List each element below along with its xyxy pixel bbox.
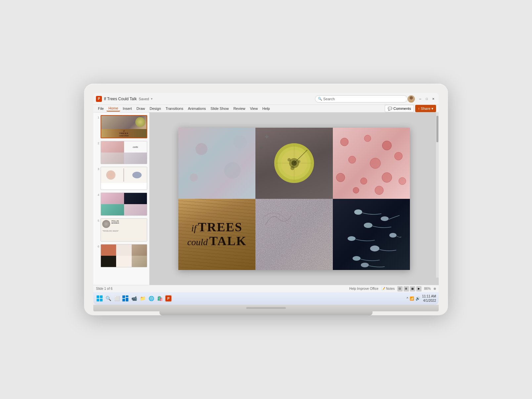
status-right: Help Improve Office 📝 Notes ⊡ ⊞ ▦ ▶ 86% … — [349, 286, 436, 291]
edge-button[interactable]: 🌐 — [148, 295, 155, 302]
list-item[interactable]: 6 — [95, 244, 147, 267]
share-label: Share — [421, 107, 430, 111]
search-taskbar-button[interactable]: 🔍 — [105, 295, 112, 302]
cell-top-right — [333, 128, 410, 199]
menu-file[interactable]: File — [96, 106, 106, 111]
comments-icon: 💬 — [388, 107, 392, 111]
taskview-button[interactable]: ⬜ — [113, 295, 120, 302]
list-item[interactable]: 3 — [95, 167, 147, 190]
menu-slideshow[interactable]: Slide Show — [208, 106, 231, 111]
close-button[interactable]: ✕ — [431, 96, 436, 102]
slide-number-5: 5 — [95, 218, 99, 222]
document-title: If Trees Could Talk — [104, 97, 137, 101]
list-item[interactable]: 1 if TREES could TALK — [95, 115, 147, 138]
scroll-bar[interactable] — [436, 112, 439, 278]
cell-bottom-center — [255, 199, 332, 270]
svg-point-35 — [380, 216, 388, 221]
slide-thumb-6[interactable] — [101, 244, 147, 267]
reading-view-button[interactable]: ▦ — [410, 286, 415, 291]
menu-animations[interactable]: Animations — [186, 106, 208, 111]
svg-rect-38 — [97, 295, 99, 298]
svg-point-17 — [340, 138, 348, 146]
user-avatar — [408, 95, 415, 103]
svg-rect-39 — [100, 295, 103, 298]
slide-canvas[interactable]: ✦ ✦ — [178, 128, 410, 270]
normal-view-button[interactable]: ⊡ — [397, 286, 403, 291]
store-button[interactable]: 🛍️ — [156, 295, 163, 302]
svg-point-31 — [364, 223, 372, 228]
share-icon: ↑ — [418, 107, 420, 111]
slide-status: Slide 1 of 6 — [96, 287, 112, 290]
svg-rect-41 — [100, 299, 103, 301]
powerpoint-taskbar-button[interactable]: P — [165, 295, 172, 302]
slide-thumb-3[interactable] — [101, 167, 147, 190]
list-item[interactable]: 5 POLLIN BODIES "TRAVELIN — [95, 218, 147, 242]
svg-rect-40 — [97, 299, 99, 301]
svg-point-30 — [354, 209, 362, 215]
taskbar-right: ^ 📶 🔊 11:11 AM 4/1/2022 — [407, 294, 436, 303]
microscope-image — [274, 143, 314, 183]
taskbar: 🔍 ⬜ 📹 📁 🌐 🛍️ P — [93, 292, 439, 305]
share-button[interactable]: ↑ Share ▾ — [415, 105, 436, 112]
scrollbar-thumb[interactable] — [436, 116, 438, 142]
svg-point-36 — [389, 233, 396, 238]
slide-thumb-2[interactable]: cells — [101, 141, 147, 164]
cell-bottom-right — [333, 199, 410, 270]
slide-thumb-5[interactable]: POLLIN BODIES "TRAVELING SEEDS" — [101, 218, 147, 242]
comments-button[interactable]: 💬 Comments — [385, 105, 414, 112]
saved-status: Saved — [139, 97, 149, 101]
zoom-icon: ⊕ — [433, 287, 436, 290]
menu-home[interactable]: Home — [107, 106, 120, 111]
menu-transitions[interactable]: Transitions — [164, 106, 185, 111]
svg-point-37 — [361, 263, 369, 267]
menu-help[interactable]: Help — [260, 106, 272, 111]
svg-rect-43 — [126, 295, 128, 297]
svg-point-3 — [224, 162, 241, 179]
menu-draw[interactable]: Draw — [135, 106, 147, 111]
wifi-icon: 📶 — [410, 296, 414, 301]
cell-top-center: ✦ ✦ — [255, 128, 332, 199]
svg-point-13 — [288, 158, 291, 161]
slide-number-4: 4 — [95, 193, 99, 197]
slideshow-button[interactable]: ▶ — [416, 286, 421, 291]
svg-point-33 — [370, 245, 379, 251]
widgets-button[interactable] — [122, 295, 129, 302]
system-icons: ^ 📶 🔊 — [407, 296, 420, 301]
slide-sorter-button[interactable]: ⊞ — [404, 286, 409, 291]
slide-grid: ✦ ✦ — [178, 128, 410, 270]
menu-view[interactable]: View — [248, 106, 260, 111]
svg-point-5 — [234, 135, 247, 149]
slide-thumb-4[interactable] — [101, 193, 147, 216]
explorer-button[interactable]: 📁 — [139, 295, 146, 302]
cell-bottom-left: if TREES could TALK — [178, 199, 255, 270]
chevron-up-icon[interactable]: ^ — [407, 297, 408, 300]
minimize-button[interactable]: ─ — [418, 96, 423, 102]
menu-review[interactable]: Review — [231, 106, 247, 111]
svg-point-28 — [375, 186, 383, 195]
list-item[interactable]: 2 cells — [95, 141, 147, 164]
svg-point-4 — [190, 173, 198, 181]
laptop-screen: P If Trees Could Talk Saved ▾ 🔍 Search — [93, 93, 439, 305]
start-button[interactable] — [96, 295, 103, 302]
slide-thumb-1[interactable]: if TREES could TALK — [101, 115, 147, 138]
ribbon: File Home Insert Draw Design Transitions… — [93, 105, 439, 112]
notes-icon: 📝 — [381, 287, 385, 290]
list-item[interactable]: 4 — [95, 193, 147, 216]
svg-point-0 — [410, 96, 413, 100]
search-bar[interactable]: 🔍 Search — [315, 95, 408, 103]
svg-point-14 — [298, 160, 300, 163]
menu-insert[interactable]: Insert — [121, 106, 134, 111]
svg-point-15 — [290, 166, 294, 170]
svg-point-1 — [409, 100, 414, 103]
svg-point-19 — [382, 141, 391, 150]
maximize-button[interactable]: □ — [424, 96, 429, 102]
svg-point-18 — [364, 135, 371, 142]
menu-design[interactable]: Design — [148, 106, 163, 111]
title-bar-left: P If Trees Could Talk Saved ▾ — [96, 96, 315, 102]
notes-button[interactable]: 📝 Notes — [381, 287, 395, 290]
status-bar: Slide 1 of 6 Help Improve Office 📝 Notes… — [93, 285, 439, 292]
volume-icon[interactable]: 🔊 — [416, 296, 420, 301]
svg-point-22 — [394, 152, 402, 160]
teams-button[interactable]: 📹 — [130, 295, 138, 302]
title-trees: TREES — [198, 220, 243, 234]
